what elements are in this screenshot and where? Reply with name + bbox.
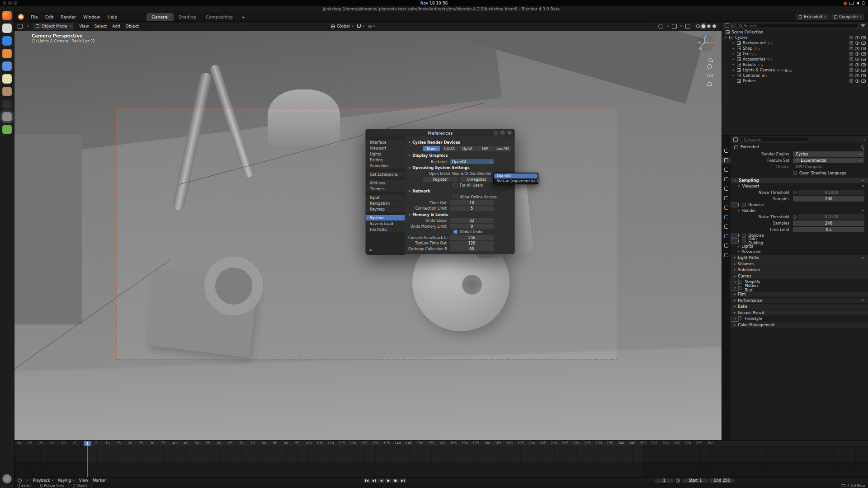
properties-tab[interactable] [722, 147, 731, 154]
screen-share-icon[interactable] [849, 2, 854, 5]
properties-tab[interactable] [722, 204, 731, 211]
checkbox-icon[interactable] [453, 183, 458, 188]
panel-header-row[interactable]: ▸ Volumes [731, 261, 868, 267]
panel-header-row[interactable]: ▸ Bake [731, 303, 868, 310]
properties-tab[interactable] [722, 185, 731, 192]
dock-app-icon[interactable] [2, 36, 12, 46]
panel-header-row[interactable]: ▸ Freestyle [731, 315, 739, 322]
chevron-right-icon[interactable]: ▸ [734, 311, 736, 314]
properties-tab[interactable] [722, 195, 731, 202]
jump-to-end-button[interactable] [400, 479, 406, 483]
outliner-row[interactable]: ▸ Cameras ▦ 2 [722, 73, 868, 78]
system-clock[interactable]: Nov 19 10:58 [0, 1, 868, 5]
chevron-right-icon[interactable]: ▸ [738, 203, 740, 206]
panel-header-row[interactable]: ▸ Subdivision [731, 267, 868, 273]
selectability-checkbox-icon[interactable] [849, 41, 853, 45]
viewport-menu[interactable]: Object [125, 24, 140, 28]
hide-viewport-eye-icon[interactable] [855, 47, 859, 50]
outliner-row[interactable]: ▸ Robots ▽ 4 [722, 62, 868, 67]
preferences-sidebar-item[interactable]: Themes [366, 186, 405, 192]
wireframe-shading-button[interactable] [696, 24, 700, 28]
preferences-sidebar-item[interactable]: Add-ons [366, 180, 405, 186]
hide-viewport-eye-icon[interactable] [855, 36, 859, 39]
play-button[interactable] [385, 479, 392, 483]
preferences-sidebar-item[interactable]: Animation [366, 163, 405, 169]
properties-tab[interactable] [722, 214, 731, 221]
checkbox-icon[interactable] [793, 215, 797, 219]
timeline-menu[interactable]: Playback∨ [33, 478, 54, 483]
power-icon[interactable] [862, 1, 865, 5]
camera-view-icon[interactable] [708, 74, 712, 77]
disclosure-icon[interactable]: ▸ [732, 68, 735, 72]
viewport-noise-threshold-field[interactable]: 0.1000 [798, 190, 864, 195]
render-engine-dropdown[interactable]: Cycles∨ [793, 151, 864, 157]
chevron-right-icon[interactable]: ▸ [734, 299, 736, 302]
menubar-menu[interactable]: Help [104, 14, 121, 20]
playhead[interactable]: 1 [84, 441, 91, 446]
checkbox-icon[interactable] [738, 286, 742, 290]
preferences-sidebar-item[interactable]: Viewport [366, 145, 405, 151]
sampling-panel-header[interactable]: ∨Sampling≡ [731, 177, 868, 183]
outliner-row[interactable]: Probes [722, 78, 868, 84]
disclosure-icon[interactable]: ▸ [732, 63, 735, 66]
editor-type-icon[interactable] [18, 24, 23, 29]
properties-tab[interactable] [722, 176, 731, 183]
feature-set-dropdown[interactable]: ⚠Experimental∨ [793, 158, 864, 163]
playhead-line[interactable] [87, 446, 88, 477]
register-button[interactable]: Register [423, 177, 458, 182]
checkbox-icon[interactable] [742, 234, 746, 238]
dock-app-icon[interactable] [2, 11, 12, 20]
value-field[interactable]: 32 [450, 218, 494, 223]
maximize-button[interactable]: ▢ [500, 130, 505, 136]
window-titlebar[interactable]: junkshop [/home/phoronix/.phoronix-test-… [14, 6, 868, 12]
viewport-denoise-row[interactable]: ▸Denoise [731, 202, 739, 207]
selectability-checkbox-icon[interactable] [849, 36, 853, 39]
toggle-xray-button[interactable] [685, 24, 690, 29]
disable-render-camera-icon[interactable] [861, 52, 866, 56]
chevron-right-icon[interactable]: ▸ [735, 317, 736, 320]
render-samples-field[interactable]: 240 [793, 221, 864, 226]
dock-app-icon[interactable] [2, 99, 12, 109]
network-header[interactable]: ∨Network∷ [408, 188, 512, 194]
timeline-menu[interactable]: View [79, 478, 88, 483]
outliner-row[interactable]: ▸ Shop ▽ 3 [722, 46, 868, 51]
properties-tab[interactable] [722, 233, 731, 239]
show-overlays-toggle[interactable] [672, 24, 677, 29]
play-reverse-button[interactable] [378, 479, 384, 483]
viewport-menu[interactable]: Add [111, 24, 121, 28]
chevron-right-icon[interactable]: ▸ [738, 244, 739, 248]
panel-header-row[interactable]: ▸ Curves [731, 273, 868, 279]
outliner-search-input[interactable]: Search [736, 23, 859, 28]
chevron-right-icon[interactable]: ▸ [734, 262, 736, 266]
add-workspace-button[interactable]: + [241, 14, 245, 19]
dropdown-option[interactable]: Vulkan (experimental) [494, 178, 538, 183]
properties-tab[interactable] [722, 223, 731, 230]
subpanel-row[interactable]: ▸ Lights [731, 244, 868, 249]
disclosure-icon[interactable]: ▸ [732, 74, 735, 77]
workspace-tab[interactable]: Compositing [201, 13, 238, 21]
next-keyframe-button[interactable] [392, 479, 399, 483]
checkbox-icon[interactable] [793, 191, 797, 194]
zoom-icon[interactable] [708, 57, 710, 60]
use-preview-range-icon[interactable] [676, 479, 680, 483]
properties-editor-icon[interactable] [733, 137, 738, 142]
dock-app-icon[interactable] [2, 49, 12, 58]
disable-render-camera-icon[interactable] [861, 47, 866, 50]
panel-header-row[interactable]: ▸ Simplify [731, 279, 739, 285]
panel-header-row[interactable]: ▸ Performance ≡ [731, 297, 868, 304]
proportional-editing-toggle[interactable]: ◎∨ [368, 24, 375, 28]
device-tab[interactable]: CUDA [441, 146, 458, 151]
dropdown-option[interactable]: OpenGL [494, 174, 538, 178]
properties-tab[interactable] [722, 252, 731, 258]
menubar-menu[interactable]: File [28, 14, 41, 20]
dock-app-icon[interactable] [2, 112, 12, 122]
preferences-sidebar-item[interactable]: Navigation [366, 201, 405, 206]
hide-viewport-eye-icon[interactable] [855, 63, 859, 66]
chevron-right-icon[interactable]: ▸ [738, 234, 740, 237]
checkbox-icon[interactable] [742, 239, 746, 243]
disclosure-icon[interactable]: ▸ [732, 52, 735, 56]
sampling-viewport-subheader[interactable]: ∨Viewport≡ [731, 183, 868, 189]
panel-header-row[interactable]: ▸ Grease Pencil [731, 310, 868, 316]
disable-render-camera-icon[interactable] [861, 42, 866, 45]
chevron-right-icon[interactable]: ▸ [734, 305, 736, 308]
